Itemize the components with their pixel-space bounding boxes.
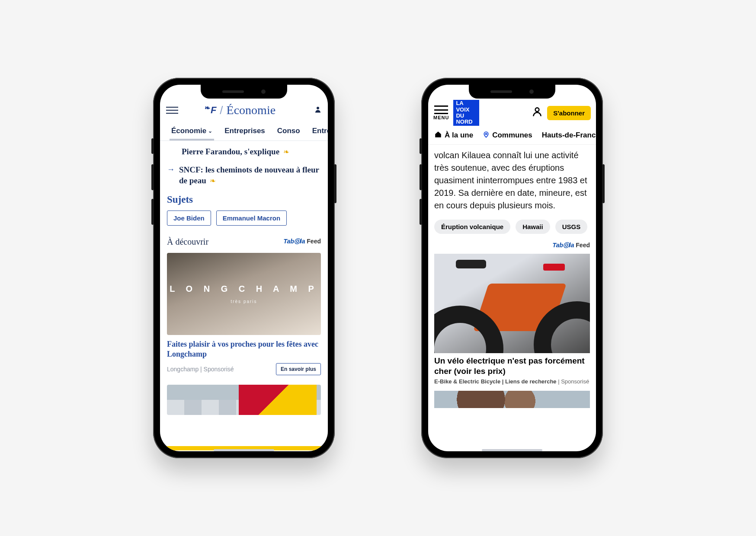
tab-label: Entrep [312, 127, 328, 135]
ad-brand-sub: très paris [231, 299, 257, 304]
premium-icon: ❧ [210, 177, 216, 185]
ad-sponsor-text: E-Bike & Electric Bicycle | Liens de rec… [434, 378, 590, 385]
tab-a-la-une[interactable]: À la une [434, 131, 473, 140]
sponsored-card-ebike[interactable]: Un vélo électrique n'est pas forcément c… [434, 254, 590, 385]
logo-line: NORD [456, 119, 477, 125]
tag-eruption[interactable]: Éruption volcanique [434, 220, 510, 234]
figaro-header: F / Économie [160, 99, 328, 121]
vdn-logo[interactable]: LA VOIX DU NORD [453, 100, 479, 126]
ad-title: Faites plaisir à vos proches pour les fê… [167, 339, 321, 360]
sponsored-card-image[interactable] [434, 391, 590, 408]
ad-cta-button[interactable]: En savoir plus [276, 363, 321, 375]
topic-chip-biden[interactable]: Joe Biden [167, 211, 211, 226]
svg-point-1 [535, 108, 539, 112]
pin-icon [483, 131, 490, 140]
figaro-logo-icon[interactable]: F [211, 105, 216, 116]
hamburger-menu-icon[interactable] [166, 107, 178, 114]
sponsored-card-longchamp[interactable]: L O N G C H A M P très paris Faites plai… [167, 253, 321, 375]
ad-image [434, 254, 590, 353]
svg-point-2 [485, 133, 487, 134]
sponsored-label: | Sponsorisé [557, 378, 589, 385]
tab-entreprises[interactable]: Entreprises [218, 127, 271, 140]
home-indicator[interactable] [482, 449, 542, 451]
ad-brand-overlay: L O N G C H A M P [170, 284, 318, 294]
tab-label: Entreprises [224, 127, 265, 135]
ad-image: L O N G C H A M P très paris [167, 253, 321, 335]
article-title: Pierre Farandou, s'explique [182, 147, 279, 156]
phone-mockup-vdn: MENU LA VOIX DU NORD S'abonner [421, 78, 603, 458]
arrow-right-icon: → [167, 164, 175, 186]
tab-label: Hauts-de-France [542, 131, 596, 140]
topic-chip-macron[interactable]: Emmanuel Macron [216, 211, 287, 226]
taboola-feed-label[interactable]: Tabⓞla Feed [552, 242, 590, 249]
logo-line: VOIX [456, 107, 477, 113]
vdn-tabs: À la une Communes Hauts-de-France [428, 126, 596, 145]
home-icon [434, 131, 442, 140]
menu-label: MENU [433, 115, 449, 120]
tags-list: Éruption volcanique Hawaii USGS [434, 220, 590, 234]
chevron-down-icon: ⌄ [208, 128, 212, 134]
vdn-header: MENU LA VOIX DU NORD S'abonner [428, 99, 596, 126]
figaro-tabs: Économie ⌄ Entreprises Conso Entrep [160, 121, 328, 141]
svg-point-0 [317, 107, 319, 109]
tag-usgs[interactable]: USGS [555, 220, 588, 234]
tab-label: Économie [171, 127, 206, 135]
tag-hawaii[interactable]: Hawaii [516, 220, 550, 234]
header-separator: / [220, 104, 223, 117]
tab-communes[interactable]: Communes [483, 131, 532, 140]
phone-mockup-figaro: F / Économie Économie ⌄ Entreprises Cons… [153, 78, 335, 458]
account-icon[interactable] [532, 106, 543, 120]
premium-icon: ❧ [283, 148, 289, 156]
hamburger-menu-icon [434, 105, 448, 114]
ad-title: Un vélo électrique n'est pas forcément c… [434, 356, 590, 376]
logo-line: LA [456, 100, 477, 106]
tab-label: Conso [277, 127, 300, 135]
tab-label: Communes [492, 131, 532, 140]
article-body-text: volcan Kilauea connaît lui une activité … [434, 149, 590, 212]
article-title: SNCF: les cheminots de nouveau à fleur d… [179, 165, 319, 185]
subscribe-button[interactable]: S'abonner [547, 106, 591, 120]
ad-sponsor-text: Longchamp | Sponsorisé [167, 366, 234, 373]
tab-conso[interactable]: Conso [271, 127, 306, 140]
sponsored-card-image[interactable] [167, 385, 321, 415]
tab-hauts-de-france[interactable]: Hauts-de-France [542, 131, 596, 140]
tab-economie[interactable]: Économie ⌄ [165, 127, 218, 140]
sujets-list: Joe Biden Emmanuel Macron [167, 211, 321, 226]
section-title[interactable]: Économie [227, 103, 276, 117]
taboola-feed-label[interactable]: Tabⓞla Feed [283, 238, 321, 246]
sujets-heading: Sujets [167, 194, 321, 205]
tab-entrep[interactable]: Entrep [306, 127, 328, 140]
logo-line: DU [456, 113, 477, 119]
account-icon[interactable] [308, 105, 322, 115]
home-indicator[interactable] [214, 449, 274, 451]
tab-label: À la une [445, 131, 473, 140]
discover-heading: À découvrir [167, 237, 208, 247]
article-link[interactable]: Pierre Farandou, s'explique ❧ [167, 146, 321, 157]
article-link[interactable]: → SNCF: les cheminots de nouveau à fleur… [167, 164, 321, 186]
menu-button[interactable]: MENU [433, 105, 449, 120]
ad-sponsor-name: E-Bike & Electric Bicycle | Liens de rec… [434, 378, 557, 385]
